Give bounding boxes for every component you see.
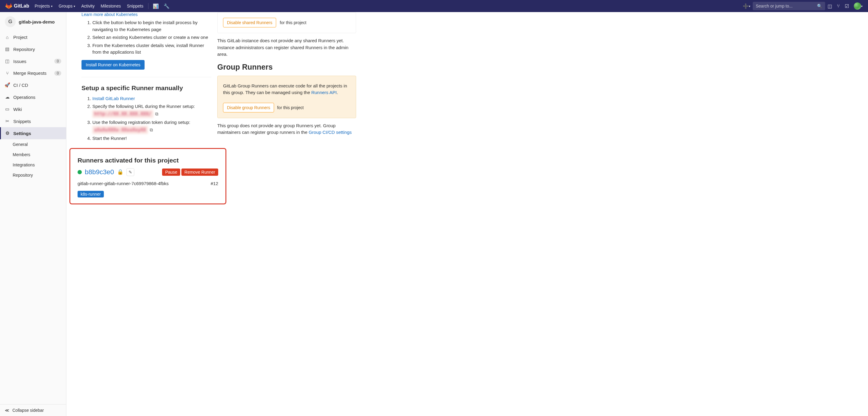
- home-icon: ⌂: [5, 35, 10, 40]
- sidebar-item-settings[interactable]: ⚙Settings: [0, 127, 66, 139]
- todos-icon[interactable]: ☑: [842, 0, 851, 12]
- kube-step-3: From the Kubernetes cluster details view…: [92, 42, 211, 56]
- book-icon: ▭: [5, 106, 10, 112]
- lock-icon: 🔒: [117, 169, 123, 175]
- issues-icon: ◫: [5, 59, 10, 64]
- merge-icon: ⑂: [5, 71, 10, 76]
- sidebar-item-operations[interactable]: ☁Operations: [0, 91, 66, 103]
- divider: [82, 77, 211, 77]
- project-avatar: G: [5, 16, 16, 27]
- search-box[interactable]: 🔍: [753, 2, 825, 10]
- gitlab-logo[interactable]: GitLab: [3, 3, 32, 9]
- manual-step-2: Specify the following URL during the Run…: [92, 103, 211, 118]
- nav-activity[interactable]: Activity: [78, 0, 97, 12]
- project-name: gitlab-java-demo: [19, 19, 55, 25]
- runner-description-row: gitlab-runner-gitlab-runner-7c69979868-4…: [78, 181, 218, 186]
- project-header[interactable]: G gitlab-java-demo: [0, 12, 66, 31]
- runner-tag: k8s-runner: [78, 191, 104, 198]
- sidebar-sub-repository[interactable]: Repository: [0, 170, 66, 180]
- nav-divider: [148, 3, 149, 9]
- for-this-project-text: for this project: [280, 20, 306, 25]
- remove-runner-button[interactable]: Remove Runner: [181, 169, 218, 176]
- tanuki-icon: [5, 3, 12, 9]
- plus-icon[interactable]: ➕ ▾: [740, 0, 753, 12]
- rocket-icon: 🚀: [5, 82, 10, 88]
- nav-milestones[interactable]: Milestones: [98, 0, 124, 12]
- sidebar-sub-integrations[interactable]: Integrations: [0, 160, 66, 170]
- cloud-icon: ☁: [5, 94, 10, 100]
- group-runners-box: GitLab Group Runners can execute code fo…: [217, 76, 356, 118]
- runners-activated-title: Runners activated for this project: [78, 157, 218, 164]
- sidebar-item-wiki[interactable]: ▭Wiki: [0, 103, 66, 115]
- search-icon: 🔍: [817, 4, 822, 8]
- sidebar-item-project[interactable]: ⌂Project: [0, 31, 66, 43]
- manual-step-4: Start the Runner!: [92, 135, 211, 142]
- user-menu[interactable]: ▾: [851, 0, 865, 12]
- group-runners-title: Group Runners: [217, 63, 356, 71]
- group-box-text: GitLab Group Runners can execute code fo…: [223, 82, 350, 96]
- runner-description: gitlab-runner-gitlab-runner-7c69979868-4…: [78, 181, 169, 186]
- wrench-icon[interactable]: 🔧: [161, 0, 172, 12]
- issues-icon[interactable]: ◫: [825, 0, 835, 12]
- merge-requests-icon[interactable]: ⑂: [835, 0, 842, 12]
- install-gitlab-runner-link[interactable]: Install GitLab Runner: [92, 96, 135, 101]
- copy-url-icon[interactable]: ⧉: [155, 111, 158, 116]
- runner-id-link[interactable]: b8b9c3e0: [85, 168, 114, 176]
- kube-step-2: Select an existing Kubernetes cluster or…: [92, 34, 211, 41]
- disable-shared-runners-button[interactable]: Disable shared Runners: [223, 18, 276, 28]
- sidebar-sub-members[interactable]: Members: [0, 149, 66, 160]
- gear-icon: ⚙: [5, 131, 10, 136]
- sidebar-item-issues[interactable]: ◫Issues0: [0, 55, 66, 67]
- search-input[interactable]: [756, 4, 817, 8]
- runners-api-link[interactable]: Runners API: [311, 90, 337, 95]
- sidebar-item-cicd[interactable]: 🚀CI / CD: [0, 79, 66, 91]
- group-runners-note: This group does not provide any group Ru…: [217, 123, 356, 136]
- manual-steps: Install GitLab Runner Specify the follow…: [82, 95, 211, 142]
- status-dot-online: [78, 170, 82, 174]
- runners-activated-box: Runners activated for this project b8b9c…: [69, 148, 226, 204]
- group-for-project-text: for this project: [277, 105, 304, 110]
- nav-snippets[interactable]: Snippets: [124, 0, 146, 12]
- manual-step-3: Use the following registration token dur…: [92, 119, 211, 134]
- nav-groups[interactable]: Groups ▾: [56, 0, 78, 12]
- user-avatar: [854, 2, 861, 10]
- kube-step-1: Click the button below to begin the inst…: [92, 19, 211, 33]
- group-cicd-settings-link[interactable]: Group CI/CD settings: [309, 130, 352, 135]
- issues-count: 0: [54, 59, 61, 64]
- sidebar-item-repository[interactable]: ▤Repository: [0, 43, 66, 55]
- sidebar: G gitlab-java-demo ⌂Project ▤Repository …: [0, 12, 66, 416]
- chart-icon[interactable]: 📊: [150, 0, 161, 12]
- collapse-sidebar[interactable]: ≪Collapse sidebar: [0, 404, 66, 416]
- edit-runner-button[interactable]: ✎: [126, 168, 134, 176]
- main-content: Learn more about Kubernetes Click the bu…: [66, 12, 868, 416]
- manual-setup-title: Setup a specific Runner manually: [82, 84, 211, 92]
- sidebar-item-merge-requests[interactable]: ⑂Merge Requests0: [0, 67, 66, 79]
- scissors-icon: ✂: [5, 118, 10, 124]
- install-runner-kubernetes-button[interactable]: Install Runner on Kubernetes: [82, 60, 145, 70]
- chevron-down-icon: ▾: [74, 4, 75, 8]
- runner-url: http://XX.XX.XXX.XXX/: [92, 110, 153, 118]
- copy-token-icon[interactable]: ⧉: [150, 127, 153, 132]
- mr-count: 0: [54, 71, 61, 76]
- chevron-down-icon: ▾: [51, 4, 53, 8]
- doc-icon: ▤: [5, 46, 10, 52]
- shared-runners-box: Disable shared Runners for this project: [217, 12, 356, 33]
- registration-token: xXxXxXXXx-XXxxXxyXX: [92, 126, 148, 134]
- sidebar-sub-general[interactable]: General: [0, 139, 66, 149]
- top-navbar: GitLab Projects ▾ Groups ▾ Activity Mile…: [0, 0, 868, 12]
- runner-row: b8b9c3e0 🔒 ✎ Pause Remove Runner: [78, 168, 218, 176]
- brand-text: GitLab: [14, 3, 29, 9]
- chevron-left-icon: ≪: [5, 408, 9, 413]
- shared-runners-note: This GitLab instance does not provide an…: [217, 37, 356, 58]
- sidebar-item-snippets[interactable]: ✂Snippets: [0, 115, 66, 127]
- learn-kubernetes-link[interactable]: Learn more about Kubernetes: [82, 12, 137, 17]
- nav-projects[interactable]: Projects ▾: [32, 0, 56, 12]
- kube-steps: Click the button below to begin the inst…: [82, 19, 211, 56]
- disable-group-runners-button[interactable]: Disable group Runners: [223, 103, 274, 112]
- pause-runner-button[interactable]: Pause: [162, 169, 180, 176]
